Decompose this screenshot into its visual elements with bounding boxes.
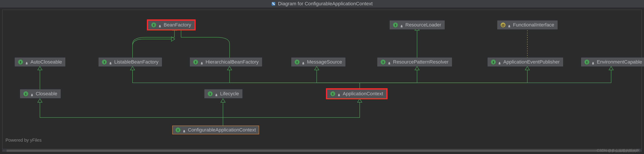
lock-icon bbox=[200, 60, 203, 64]
lock-icon bbox=[498, 60, 501, 64]
node-closeable[interactable]: I Closeable bbox=[20, 89, 61, 98]
node-label: FunctionalInterface bbox=[513, 22, 554, 28]
interface-icon: I bbox=[393, 22, 398, 27]
node-message-source[interactable]: I MessageSource bbox=[291, 58, 346, 66]
scrollbar-thumb[interactable] bbox=[6, 150, 638, 152]
node-functional-interface[interactable]: @ FunctionalInterface bbox=[497, 20, 558, 29]
node-label: EnvironmentCapable bbox=[597, 59, 642, 65]
node-label: Lifecycle bbox=[220, 91, 239, 97]
node-label: ResourceLoader bbox=[405, 22, 441, 28]
svg-marker-4 bbox=[171, 37, 175, 41]
lock-icon bbox=[158, 24, 162, 26]
interface-icon: I bbox=[102, 60, 107, 64]
node-label: ListableBeanFactory bbox=[114, 59, 158, 65]
node-label: Closeable bbox=[36, 91, 57, 97]
node-label: ResourcePatternResolver bbox=[393, 59, 448, 65]
interface-icon: I bbox=[491, 60, 496, 64]
interface-icon: I bbox=[193, 60, 198, 64]
lock-icon bbox=[182, 128, 186, 132]
interface-icon: I bbox=[151, 22, 156, 27]
lock-icon bbox=[215, 92, 218, 95]
svg-marker-14 bbox=[38, 98, 42, 102]
interface-icon: I bbox=[295, 60, 300, 64]
lock-icon bbox=[400, 24, 403, 26]
node-auto-closeable[interactable]: I AutoCloseable bbox=[15, 58, 65, 66]
interface-icon: I bbox=[584, 60, 589, 64]
node-resource-pattern-resolver[interactable]: I ResourcePatternResolver bbox=[377, 58, 452, 66]
svg-marker-3 bbox=[38, 66, 42, 70]
annotation-icon: @ bbox=[501, 22, 506, 27]
lock-icon bbox=[338, 92, 340, 95]
horizontal-scrollbar[interactable] bbox=[2, 150, 642, 152]
interface-icon: I bbox=[330, 91, 335, 96]
svg-marker-9 bbox=[228, 66, 232, 70]
powered-by: Powered by yFiles bbox=[6, 138, 42, 143]
lock-icon bbox=[109, 60, 112, 64]
title-text: Diagram for ConfigurableApplicationConte… bbox=[278, 1, 372, 6]
node-environment-capable[interactable]: I EnvironmentCapable bbox=[581, 58, 644, 66]
svg-marker-15 bbox=[221, 98, 225, 102]
node-configurable-application-context[interactable]: I ConfigurableApplicationContext bbox=[172, 126, 259, 134]
node-label: ApplicationEventPublisher bbox=[503, 59, 560, 65]
node-label: BeanFactory bbox=[164, 22, 191, 28]
node-listable-bean-factory[interactable]: I ListableBeanFactory bbox=[98, 58, 162, 66]
node-bean-factory[interactable]: I BeanFactory bbox=[148, 20, 194, 29]
node-label: HierarchicalBeanFactory bbox=[206, 59, 259, 65]
edges-layer bbox=[2, 10, 642, 149]
svg-marker-16 bbox=[358, 98, 362, 102]
svg-marker-10 bbox=[314, 66, 319, 70]
svg-rect-2 bbox=[274, 4, 274, 5]
interface-icon: I bbox=[24, 91, 28, 96]
node-application-event-publisher[interactable]: I ApplicationEventPublisher bbox=[488, 58, 563, 66]
title-bar: Diagram for ConfigurableApplicationConte… bbox=[0, 0, 644, 8]
node-hierarchical-bean-factory[interactable]: I HierarchicalBeanFactory bbox=[190, 58, 262, 66]
lock-icon bbox=[302, 60, 305, 64]
watermark: CSDN @多么温暖的阳光啊 bbox=[597, 148, 640, 153]
node-application-context[interactable]: I ApplicationContext bbox=[327, 89, 386, 98]
svg-rect-1 bbox=[272, 3, 273, 4]
diagram-icon bbox=[271, 2, 276, 6]
interface-icon: I bbox=[381, 60, 386, 64]
interface-icon: I bbox=[208, 91, 212, 96]
node-label: ApplicationContext bbox=[343, 91, 383, 97]
node-label: AutoCloseable bbox=[30, 59, 62, 65]
interface-icon: I bbox=[18, 60, 23, 64]
svg-marker-12 bbox=[525, 66, 530, 70]
svg-marker-13 bbox=[609, 66, 613, 70]
lock-icon bbox=[388, 60, 391, 64]
lock-icon bbox=[25, 60, 28, 64]
interface-icon: I bbox=[176, 128, 180, 132]
diagram-canvas[interactable]: I BeanFactory I ResourceLoader @ Functio… bbox=[2, 10, 642, 149]
node-resource-loader[interactable]: I ResourceLoader bbox=[390, 20, 444, 29]
lock-icon bbox=[30, 92, 34, 95]
lock-icon bbox=[508, 24, 511, 26]
lock-icon bbox=[592, 60, 594, 64]
svg-marker-8 bbox=[130, 66, 135, 70]
node-label: ConfigurableApplicationContext bbox=[188, 127, 256, 133]
node-lifecycle[interactable]: I Lifecycle bbox=[204, 89, 242, 98]
node-label: MessageSource bbox=[307, 59, 342, 65]
svg-marker-11 bbox=[415, 66, 419, 70]
